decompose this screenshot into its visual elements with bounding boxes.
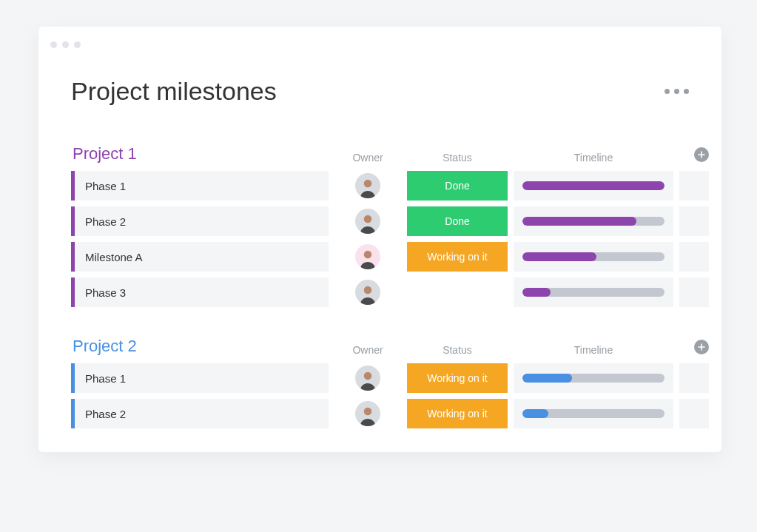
more-menu-button[interactable] [665, 89, 689, 94]
add-column-button[interactable] [694, 147, 709, 162]
row-status-cell[interactable]: Working on it [407, 399, 508, 428]
progress-fill [522, 181, 665, 190]
row-status-cell[interactable] [407, 277, 508, 307]
progress-fill [522, 288, 551, 297]
group-header: Project 2 Owner Status Timeline [71, 337, 689, 356]
row-owner-cell[interactable] [334, 399, 401, 428]
svg-point-2 [364, 251, 372, 259]
person-icon [357, 247, 379, 269]
row-name-label: Phase 1 [85, 372, 126, 385]
row-timeline-cell[interactable] [514, 242, 673, 272]
row-extra-cell[interactable] [679, 171, 709, 201]
window-dot [50, 41, 57, 48]
page-header: Project milestones [38, 27, 721, 115]
progress-track [522, 409, 665, 418]
row-status-cell[interactable]: Working on it [407, 363, 508, 393]
progress-track [522, 181, 665, 190]
avatar [355, 366, 380, 391]
progress-fill [522, 217, 636, 226]
person-icon [357, 368, 379, 391]
person-icon [357, 212, 379, 234]
column-header-timeline[interactable]: Timeline [514, 152, 673, 164]
groups-container: Project 1 Owner Status Timeline Phase 1 … [38, 144, 721, 428]
group-header: Project 1 Owner Status Timeline [71, 144, 689, 164]
column-header-status[interactable]: Status [407, 152, 508, 164]
add-column-button[interactable] [694, 340, 709, 354]
plus-icon [698, 151, 705, 158]
progress-track [522, 374, 665, 383]
row-name-label: Milestone A [85, 251, 143, 263]
progress-track [522, 288, 665, 297]
row-owner-cell[interactable] [334, 363, 401, 393]
row-name-cell[interactable]: Phase 1 [71, 363, 329, 393]
table-row[interactable]: Phase 1 Done [71, 171, 689, 201]
avatar [355, 244, 380, 269]
row-owner-cell[interactable] [334, 277, 401, 307]
window-controls [50, 41, 81, 48]
row-name-cell[interactable]: Phase 1 [71, 171, 329, 201]
table-row[interactable]: Phase 2 Working on it [71, 399, 689, 428]
dots-icon [674, 89, 679, 94]
row-timeline-cell[interactable] [514, 363, 673, 393]
row-owner-cell[interactable] [334, 242, 401, 272]
row-timeline-cell[interactable] [514, 206, 673, 236]
row-extra-cell[interactable] [679, 277, 709, 307]
row-extra-cell[interactable] [679, 363, 709, 393]
row-timeline-cell[interactable] [514, 399, 673, 428]
column-header-owner[interactable]: Owner [334, 152, 401, 164]
avatar [355, 209, 380, 234]
dots-icon [684, 89, 689, 94]
svg-point-0 [364, 180, 372, 188]
svg-point-5 [364, 408, 372, 416]
column-header-owner[interactable]: Owner [334, 344, 401, 356]
person-icon [357, 176, 379, 198]
row-timeline-cell[interactable] [514, 277, 673, 307]
window-dot [74, 41, 81, 48]
row-name-cell[interactable]: Milestone A [71, 242, 329, 272]
status-label: Done [445, 215, 469, 227]
progress-fill [522, 374, 572, 383]
progress-fill [522, 409, 548, 418]
table-row[interactable]: Phase 2 Done [71, 206, 689, 236]
dots-icon [665, 89, 670, 94]
row-name-label: Phase 3 [85, 286, 126, 299]
row-name-label: Phase 1 [85, 180, 126, 192]
person-icon [357, 404, 379, 426]
table-row[interactable]: Phase 3 [71, 277, 689, 307]
row-name-label: Phase 2 [85, 408, 126, 420]
avatar [355, 173, 380, 198]
app-window: Project milestones Project 1 Owner Statu… [38, 27, 721, 452]
group: Project 1 Owner Status Timeline Phase 1 … [38, 144, 721, 307]
status-label: Working on it [427, 408, 487, 420]
row-status-cell[interactable]: Done [407, 171, 508, 201]
page-title: Project milestones [71, 77, 277, 106]
column-header-timeline[interactable]: Timeline [514, 344, 673, 356]
plus-icon [698, 343, 705, 351]
row-extra-cell[interactable] [679, 206, 709, 236]
group-title[interactable]: Project 2 [71, 337, 329, 356]
group-title[interactable]: Project 1 [71, 144, 329, 164]
table-row[interactable]: Milestone A Working on it [71, 242, 689, 272]
status-label: Working on it [427, 251, 487, 263]
progress-fill [522, 252, 596, 261]
row-owner-cell[interactable] [334, 206, 401, 236]
progress-track [522, 217, 665, 226]
table-row[interactable]: Phase 1 Working on it [71, 363, 689, 393]
avatar [355, 401, 380, 426]
row-extra-cell[interactable] [679, 242, 709, 272]
row-status-cell[interactable]: Working on it [407, 242, 508, 272]
row-extra-cell[interactable] [679, 399, 709, 428]
row-timeline-cell[interactable] [514, 171, 673, 201]
row-owner-cell[interactable] [334, 171, 401, 201]
svg-point-1 [364, 215, 372, 223]
person-icon [357, 283, 379, 305]
row-status-cell[interactable]: Done [407, 206, 508, 236]
column-header-status[interactable]: Status [407, 344, 508, 356]
row-name-cell[interactable]: Phase 2 [71, 399, 329, 428]
status-label: Done [445, 180, 469, 192]
row-name-cell[interactable]: Phase 2 [71, 206, 329, 236]
row-name-cell[interactable]: Phase 3 [71, 277, 329, 307]
window-dot [62, 41, 69, 48]
row-name-label: Phase 2 [85, 215, 126, 228]
svg-point-3 [364, 286, 372, 294]
